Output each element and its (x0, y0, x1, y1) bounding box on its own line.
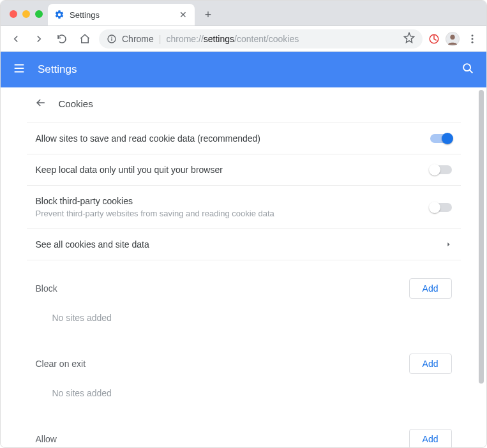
browser-menu-button[interactable] (465, 33, 480, 45)
chevron-right-icon (446, 241, 452, 248)
address-bar[interactable]: Chrome | chrome://settings/content/cooki… (99, 29, 423, 49)
svg-point-5 (450, 34, 454, 39)
link-row-see-all-cookies[interactable]: See all cookies and site data (27, 228, 461, 260)
gear-icon (54, 10, 64, 20)
home-button[interactable] (76, 30, 94, 48)
settings-header: Settings (1, 52, 486, 87)
toggle-block-third-party[interactable] (430, 203, 452, 212)
setting-row-allow-cookies: Allow sites to save and read cookie data… (27, 123, 461, 154)
setting-sublabel: Prevent third-party websites from saving… (36, 209, 423, 218)
content-panel: Cookies Allow sites to save and read coo… (27, 87, 461, 447)
empty-state-clear-on-exit: No sites added (27, 382, 461, 411)
site-info-icon[interactable] (107, 34, 117, 44)
window-close-button[interactable] (10, 10, 17, 18)
profile-avatar[interactable] (446, 32, 460, 46)
window-minimize-button[interactable] (22, 10, 30, 18)
svg-point-6 (472, 34, 474, 36)
window-controls (7, 10, 48, 26)
forward-button[interactable] (30, 30, 48, 48)
page-header: Cookies (27, 87, 461, 123)
browser-tab[interactable]: Settings ✕ (48, 4, 195, 26)
url-host: settings (204, 34, 234, 44)
extension-icon[interactable] (428, 33, 440, 45)
section-header-clear-on-exit: Clear on exit Add (27, 336, 461, 382)
setting-label: Keep local data only until you quit your… (36, 165, 423, 175)
add-clear-on-exit-button[interactable]: Add (409, 354, 452, 374)
add-allow-button[interactable]: Add (409, 429, 452, 447)
add-block-button[interactable]: Add (409, 278, 452, 299)
section-header-block: Block Add (27, 260, 461, 306)
setting-label: Allow sites to save and read cookie data… (36, 133, 423, 144)
search-icon[interactable] (461, 61, 475, 78)
back-button[interactable] (7, 30, 25, 48)
section-header-allow: Allow Add (27, 411, 461, 447)
svg-rect-2 (111, 38, 112, 41)
scrollbar[interactable] (479, 90, 484, 384)
tab-title: Settings (70, 10, 100, 20)
setting-row-block-third-party: Block third-party cookies Prevent third-… (27, 185, 461, 228)
svg-point-9 (463, 64, 470, 71)
svg-point-8 (472, 41, 474, 43)
url-path: /content/cookies (234, 34, 299, 44)
settings-title: Settings (38, 63, 77, 76)
menu-icon[interactable] (12, 61, 26, 78)
bookmark-star-icon[interactable] (403, 32, 415, 45)
close-tab-icon[interactable]: ✕ (178, 10, 188, 20)
link-label: See all cookies and site data (36, 239, 438, 250)
setting-label: Block third-party cookies (36, 196, 423, 206)
setting-row-keep-until-quit: Keep local data only until you quit your… (27, 154, 461, 185)
empty-state-block: No sites added (27, 306, 461, 336)
tab-strip: Settings ✕ + (1, 1, 486, 26)
section-title: Allow (36, 434, 409, 444)
toggle-allow-cookies[interactable] (430, 134, 452, 143)
window-zoom-button[interactable] (35, 10, 43, 18)
reload-button[interactable] (53, 30, 71, 48)
url-prefix: Chrome (122, 34, 154, 44)
browser-toolbar: Chrome | chrome://settings/content/cooki… (1, 26, 486, 52)
section-title: Clear on exit (36, 359, 409, 369)
svg-point-1 (111, 36, 112, 38)
svg-point-7 (472, 38, 474, 40)
page-title: Cookies (59, 98, 93, 109)
back-arrow-icon[interactable] (34, 96, 47, 111)
section-title: Block (36, 283, 409, 294)
new-tab-button[interactable]: + (199, 5, 218, 24)
url-scheme: chrome:// (166, 34, 203, 44)
toggle-keep-until-quit[interactable] (430, 165, 452, 174)
